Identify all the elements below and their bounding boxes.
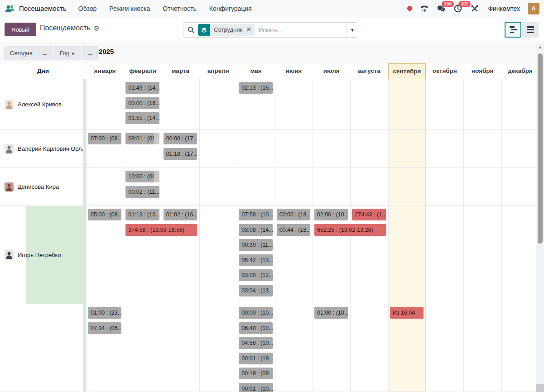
- attendance-pill[interactable]: 00:01 : (10...: [239, 383, 272, 392]
- current-year-label: 2025: [99, 48, 114, 55]
- attendance-pill[interactable]: 01:00 : (10...: [314, 307, 348, 319]
- gantt-row-3: Игорь Нетребко05:00 : (08...01:13 : (10.…: [0, 206, 539, 304]
- employee-row-label[interactable]: Игорь Нетребко: [5, 206, 61, 304]
- attendance-pill[interactable]: 04:58 : (10...: [239, 337, 272, 349]
- employee-name: Валерий Карлович Орл...: [18, 145, 84, 152]
- main-menu: ОбзорРежим киоскаОтчетностьКонфигурация: [78, 5, 252, 12]
- scroll-up-icon[interactable]: ▲: [536, 45, 544, 49]
- attendance-pill[interactable]: 03:00 : (12...: [239, 269, 272, 281]
- attendance-pill[interactable]: 03:08 : (14...: [239, 224, 272, 236]
- attendance-pill[interactable]: 07:58 : (10...: [239, 209, 272, 220]
- employee-avatar: [5, 100, 14, 109]
- menu-item-2[interactable]: Отчетность: [163, 5, 197, 12]
- attendance-pill[interactable]: 01:13 : (10...: [125, 209, 159, 220]
- month-header-3: апреля: [199, 63, 237, 79]
- app-name[interactable]: Посещаемость: [19, 5, 67, 12]
- menu-item-0[interactable]: Обзор: [78, 5, 96, 12]
- new-button[interactable]: Новый: [5, 23, 36, 36]
- attendance-pill[interactable]: 01:00 : (23...: [88, 307, 121, 319]
- search-facet-label: Сотрудник: [210, 24, 245, 36]
- attendance-pill[interactable]: 01:02 : (16...: [164, 209, 197, 220]
- search-dropdown-toggle[interactable]: ▼: [347, 23, 358, 37]
- attendance-pill[interactable]: 00:00 : (10...: [239, 307, 272, 319]
- employee-name: Алексей Кривов: [18, 101, 62, 108]
- gantt-view-icon: [509, 26, 517, 33]
- attendance-pill[interactable]: 02:06 : (10...: [314, 209, 348, 220]
- facet-remove-icon[interactable]: ✕: [245, 24, 255, 36]
- attendance-pill[interactable]: 02:13 : (16...: [239, 82, 272, 94]
- month-header-7: августа: [350, 63, 388, 79]
- gantt-row-0: Алексей Кривов01:49 : (14...00:00 : (16.…: [0, 79, 539, 130]
- employee-avatar: [5, 182, 14, 191]
- menu-item-3[interactable]: Конфигурация: [209, 5, 252, 12]
- attendance-pill[interactable]: 00:02 : (11...: [125, 186, 159, 198]
- groupby-layers-icon: [198, 24, 210, 36]
- gantt-header: Дниянваряфевралямартаапрелямаяиюняиюляав…: [0, 63, 539, 79]
- attendance-pill[interactable]: 00:00 : (16...: [125, 97, 159, 109]
- presence-status-dot: [407, 6, 412, 11]
- top-navbar: Посещаемость ОбзорРежим киоскаОтчетность…: [0, 0, 544, 17]
- systray: 158 101 Финкомтех A: [407, 3, 539, 14]
- menu-item-1[interactable]: Режим киоска: [109, 5, 150, 12]
- attendance-pill[interactable]: 09:01 : (06...: [125, 133, 159, 144]
- attendance-pill[interactable]: 05:00 : (08...: [88, 209, 121, 220]
- attendance-pill[interactable]: 01:18 : (17...: [164, 148, 197, 160]
- today-button[interactable]: Сегодня: [4, 46, 39, 60]
- control-panel: Новый Посещаемость ⚙ Сотрудник ✕: [0, 18, 544, 42]
- month-header-10: ноября: [463, 63, 501, 79]
- employee-avatar: [5, 144, 14, 153]
- attendance-pill[interactable]: Из 16:04: [390, 307, 424, 319]
- activities-badge: 101: [458, 1, 471, 7]
- search-input[interactable]: [259, 27, 347, 33]
- breadcrumb: Посещаемость ⚙: [40, 24, 100, 32]
- scale-select[interactable]: Год▼: [54, 46, 81, 60]
- voip-phone-icon[interactable]: [420, 4, 429, 13]
- attendance-pill[interactable]: 00:00 : (18...: [277, 209, 310, 220]
- gear-icon[interactable]: ⚙: [94, 25, 100, 32]
- attendance-pill[interactable]: 07:14 : (06...: [88, 322, 121, 334]
- gantt-row-2: Денисова Кира10:00 : (06...00:02 : (11..…: [0, 168, 539, 206]
- month-header-0: января: [86, 63, 124, 79]
- gantt-toolbar: Сегодня ← Год▼ → 2025: [0, 42, 544, 63]
- attendance-pill[interactable]: 374:58 : (13:59-16:56): [125, 224, 197, 236]
- attendance-pill[interactable]: 00:44 : (18...: [277, 224, 310, 236]
- month-header-8: сентября: [388, 63, 426, 79]
- app-logo-icon[interactable]: [5, 3, 15, 14]
- attendance-pill[interactable]: 06:40 : (10...: [239, 322, 272, 334]
- attendance-pill[interactable]: 274:43 : (1...: [352, 209, 385, 220]
- attendance-pill[interactable]: 00:19 : (09...: [239, 368, 272, 379]
- scrollbar-thumb[interactable]: [538, 53, 543, 244]
- next-period-button[interactable]: →: [82, 46, 99, 60]
- attendance-pill[interactable]: 05:42 : (13...: [239, 254, 272, 266]
- attendance-pill[interactable]: 00:39 : (11...: [239, 239, 272, 251]
- employee-row-label[interactable]: Валерий Карлович Орл...: [5, 130, 84, 167]
- activities-clock-icon[interactable]: 101: [453, 4, 462, 13]
- search-icon: [188, 26, 195, 33]
- attendance-pill[interactable]: 00:00 : (17...: [164, 133, 197, 144]
- period-nav-group: ← Год▼ →: [36, 46, 99, 60]
- gantt-row-4: 01:00 : (23...07:14 : (06...00:00 : (10.…: [0, 304, 539, 392]
- list-view-button[interactable]: [522, 22, 539, 38]
- attendance-pill[interactable]: 652:25 : (13:02-13:28): [314, 224, 386, 236]
- user-avatar[interactable]: A: [528, 3, 539, 14]
- attendance-pill[interactable]: 00:01 : (19...: [239, 353, 272, 364]
- gantt-view-button[interactable]: [505, 22, 521, 38]
- messages-badge: 158: [442, 1, 454, 7]
- attendance-pill[interactable]: 01:49 : (14...: [125, 82, 159, 94]
- attendance-pill[interactable]: 10:00 : (06...: [125, 171, 159, 182]
- employee-row-label[interactable]: Денисова Кира: [5, 168, 59, 206]
- month-header-9: октября: [426, 63, 463, 79]
- employee-name: Денисова Кира: [18, 183, 59, 190]
- attendance-pill[interactable]: 03:04 : (13...: [239, 285, 272, 296]
- days-column-header: Дни: [0, 63, 86, 79]
- vertical-scrollbar[interactable]: ▲: [536, 43, 544, 392]
- employee-row-label[interactable]: Алексей Кривов: [5, 79, 62, 129]
- tools-icon[interactable]: [470, 4, 479, 13]
- gantt-row-1: Валерий Карлович Орл...07:00 : (08...09:…: [0, 130, 539, 168]
- month-header-11: декабря: [501, 63, 539, 79]
- messages-icon[interactable]: 158: [437, 4, 446, 13]
- attendance-pill[interactable]: 07:00 : (08...: [88, 133, 121, 144]
- prev-period-button[interactable]: ←: [36, 46, 53, 60]
- attendance-pill[interactable]: 01:51 : (14...: [125, 112, 159, 124]
- company-menu[interactable]: Финкомтех: [488, 5, 520, 12]
